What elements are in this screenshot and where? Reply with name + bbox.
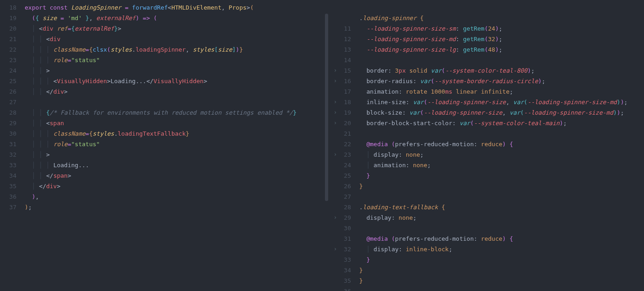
code-content-left[interactable]: export const LoadingSpinner = forwardRef… — [25, 0, 297, 291]
line-numbers-left: 18 19 20 21 22 23 24 25 26 27 28 29 30 3… — [0, 0, 25, 291]
scrollbar-left[interactable] — [325, 14, 328, 201]
diff-markers: › › › › › › › › — [334, 2, 337, 286]
line-numbers-right: › › › › › › › › 11 12 13 14 15 16 17 18 … — [328, 0, 359, 291]
editor-pane-right[interactable]: › › › › › › › › 11 12 13 14 15 16 17 18 … — [328, 0, 644, 291]
code-content-right[interactable]: .loading-spinner { --loading-spinner-siz… — [359, 0, 628, 291]
editor-pane-left[interactable]: 18 19 20 21 22 23 24 25 26 27 28 29 30 3… — [0, 0, 328, 291]
